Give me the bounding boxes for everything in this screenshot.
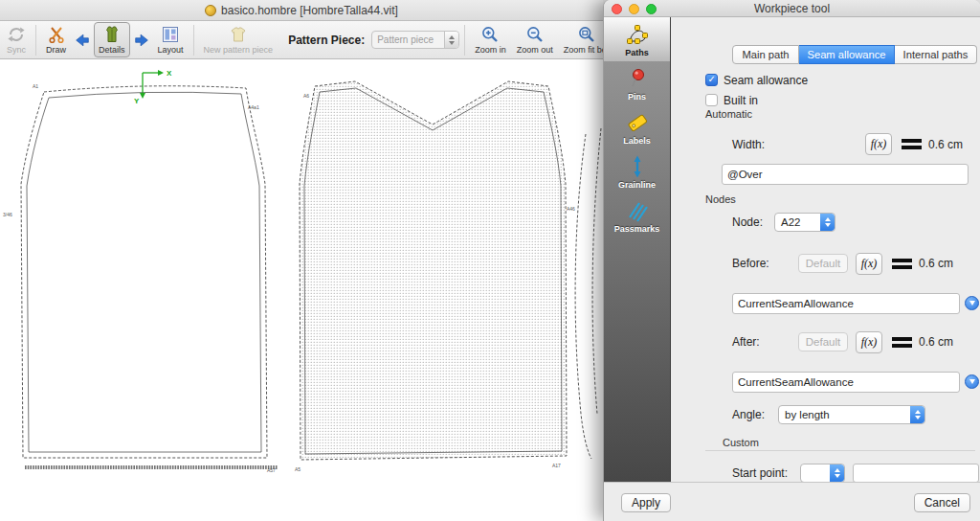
point-label: 3/46	[3, 212, 12, 217]
point-label: A46	[567, 206, 575, 212]
combobox-stepper-icon	[444, 32, 458, 48]
mode-arrow-left-icon	[74, 32, 91, 49]
point-label: A4a1	[248, 104, 259, 110]
dialog-body: Paths Pins Labels Grainline	[604, 17, 980, 482]
main-toolbar: Sync Draw Details Layout	[0, 21, 603, 59]
node-combobox-value: A22	[775, 214, 820, 231]
width-formula-input[interactable]	[722, 164, 969, 185]
node-combobox[interactable]: A22	[774, 213, 835, 232]
zoom-out-button[interactable]: Zoom out	[512, 22, 558, 57]
seam-allowance-check-row: Seam allowance	[705, 73, 808, 87]
minimize-window-icon[interactable]	[629, 4, 639, 14]
zoom-in-label: Zoom in	[475, 45, 506, 55]
paths-icon	[625, 22, 650, 47]
passmarks-icon	[625, 198, 650, 223]
layout-grid-icon	[161, 25, 180, 44]
point-label: A1	[33, 83, 38, 89]
sync-button[interactable]: Sync	[2, 22, 31, 57]
layout-mode-button[interactable]: Layout	[153, 22, 189, 57]
line-weight-icon[interactable]	[892, 257, 912, 271]
pattern-piece-back[interactable]	[21, 86, 278, 467]
tab-main-path[interactable]: Main path	[732, 45, 799, 64]
before-formula-button[interactable]: f(x)	[856, 253, 882, 275]
path-tabs: Main path Seam allowance Internal paths	[732, 45, 977, 64]
zoom-in-button[interactable]: Zoom in	[470, 22, 511, 57]
start-point-combobox[interactable]	[800, 464, 845, 482]
node-label: Node:	[732, 215, 763, 229]
details-vest-icon	[102, 25, 122, 44]
toolbar-separator	[193, 25, 194, 56]
dialog-footer: Apply Cancel	[604, 482, 980, 521]
after-label: After:	[732, 335, 760, 349]
pattern-piece-caption: Pattern Piece:	[288, 34, 365, 47]
combobox-stepper-icon	[820, 214, 835, 231]
angle-combobox[interactable]: by length	[778, 405, 925, 424]
pin-icon	[625, 66, 650, 91]
traffic-lights	[612, 4, 657, 14]
width-value: 0.6 cm	[928, 138, 963, 151]
draw-mode-button[interactable]: Draw	[41, 22, 71, 57]
zoom-window-icon[interactable]	[646, 4, 657, 14]
dialog-content: Main path Seam allowance Internal paths …	[671, 17, 980, 482]
zoom-fit-best-button[interactable]: Zoom fit bes	[559, 22, 603, 57]
point-label: A57	[267, 467, 276, 473]
point-label: A6	[303, 93, 309, 99]
sidebar-item-pins[interactable]: Pins	[604, 61, 670, 105]
dialog-titlebar[interactable]: Workpiece tool	[604, 0, 980, 17]
built-in-checkbox[interactable]	[705, 94, 718, 106]
nodes-group-label: Nodes	[705, 193, 736, 205]
axis-y-label: Y	[134, 97, 140, 105]
zoom-fit-icon	[577, 25, 596, 44]
after-formula-input[interactable]	[732, 372, 960, 393]
angle-label: Angle:	[732, 408, 765, 421]
pattern-canvas[interactable]: X Y A1 A4a1 3/46 A57 A6 A46 A5 A17	[0, 59, 603, 521]
draw-scissors-icon	[47, 25, 66, 44]
expand-formula-icon[interactable]	[965, 374, 979, 389]
pattern-piece-front[interactable]	[300, 81, 567, 460]
tab-internal-paths[interactable]: Internal paths	[895, 45, 977, 64]
new-pattern-piece-button[interactable]: New pattern piece	[199, 22, 278, 57]
sidebar-item-grainline[interactable]: Grainline	[604, 149, 670, 193]
details-mode-button[interactable]: Details	[94, 22, 130, 57]
pattern-piece-partial[interactable]	[575, 128, 601, 459]
main-window-titlebar[interactable]: basico.hombre [HombreTalla44.vit]	[0, 0, 603, 21]
origin-axis-icon: X Y	[134, 69, 172, 105]
expand-formula-icon[interactable]	[965, 296, 979, 310]
sidebar-item-labels[interactable]: Labels	[604, 105, 670, 149]
layout-label: Layout	[158, 45, 184, 55]
sync-label: Sync	[7, 45, 26, 55]
sync-icon	[7, 25, 26, 44]
tab-seam-allowance[interactable]: Seam allowance	[799, 45, 895, 64]
after-formula-button[interactable]: f(x)	[856, 331, 882, 353]
zoom-in-icon	[480, 25, 500, 44]
tag-icon	[625, 110, 650, 135]
group-divider	[705, 450, 975, 451]
before-default-button[interactable]: Default	[798, 254, 848, 273]
line-weight-icon[interactable]	[902, 137, 922, 151]
cancel-button[interactable]: Cancel	[914, 493, 970, 512]
sidebar-label-labels: Labels	[623, 136, 651, 146]
new-pattern-piece-label: New pattern piece	[204, 45, 274, 55]
seam-allowance-checkbox[interactable]	[705, 74, 718, 86]
zoom-out-label: Zoom out	[517, 45, 553, 55]
sidebar-item-paths[interactable]: Paths	[604, 17, 670, 61]
sidebar-label-passmarks: Passmarks	[614, 224, 660, 234]
sidebar-item-passmarks[interactable]: Passmarks	[604, 193, 670, 238]
width-label: Width:	[732, 138, 765, 151]
after-default-button[interactable]: Default	[798, 332, 848, 351]
details-label: Details	[99, 45, 125, 55]
sidebar-label-pins: Pins	[628, 92, 646, 102]
built-in-checkbox-label: Built in	[724, 94, 758, 107]
combobox-stepper-icon	[830, 464, 844, 482]
axis-x-label: X	[167, 69, 172, 78]
apply-button[interactable]: Apply	[621, 493, 671, 512]
toolbar-separator	[35, 25, 36, 56]
seam-allowance-checkbox-label: Seam allowance	[724, 74, 808, 87]
before-formula-input[interactable]	[732, 293, 960, 314]
pattern-piece-combobox[interactable]: Pattern piece	[371, 31, 459, 49]
line-weight-icon[interactable]	[892, 335, 912, 350]
custom-group-label: Custom	[723, 437, 759, 448]
close-window-icon[interactable]	[612, 4, 622, 14]
start-point-input[interactable]	[853, 464, 979, 482]
width-formula-button[interactable]: f(x)	[865, 133, 892, 155]
